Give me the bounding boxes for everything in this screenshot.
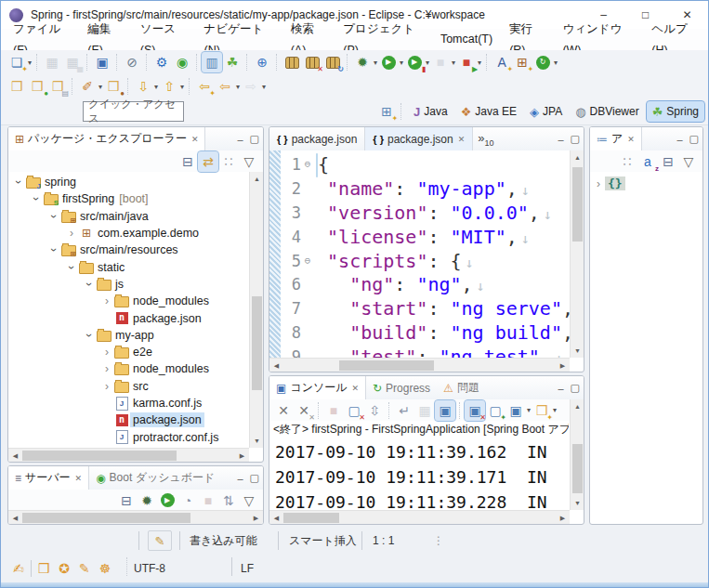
expander-icon[interactable]: ›	[47, 243, 60, 256]
code-line[interactable]: 8 "build": "ng build",	[281, 320, 570, 345]
tree-item[interactable]: ›⊞src/main/resources	[8, 242, 181, 258]
scroll-left-icon[interactable]: ◀	[8, 511, 22, 525]
focus-icon[interactable]: ∷	[617, 151, 637, 172]
code-line[interactable]: 4 "license": "MIT",↓	[281, 225, 570, 249]
dropdown-caret-icon[interactable]: ▾	[236, 83, 240, 91]
word-wrap-icon[interactable]: ↵	[394, 400, 414, 421]
view-menu-icon[interactable]: ▽	[678, 151, 699, 172]
skip-breakpoints-icon[interactable]: ⊘	[122, 52, 142, 72]
graduation-cap-icon[interactable]: ✪	[59, 561, 70, 576]
dropdown-caret-icon[interactable]: ▾	[554, 59, 558, 67]
expander-icon[interactable]: ›	[100, 380, 113, 393]
open-perspective-icon[interactable]: ⊞✦	[376, 101, 397, 122]
scrollbar-thumb[interactable]	[22, 513, 190, 523]
scroll-left-icon[interactable]: ◀	[269, 359, 283, 372]
sort-icon[interactable]: az	[637, 151, 658, 172]
book-icon[interactable]: ❒	[38, 561, 50, 576]
dropdown-caret-icon[interactable]: ▾	[154, 83, 158, 91]
tree-item[interactable]: ›static	[8, 259, 127, 276]
wheel-icon[interactable]: ☸	[99, 561, 112, 576]
horizontal-scrollbar[interactable]: ◀ ▶	[8, 448, 249, 462]
tree-item[interactable]: ›src	[8, 378, 151, 395]
gear-icon[interactable]: ⚙	[151, 52, 172, 72]
package-explorer-tree[interactable]: ›Jspring›SfirstSpring [boot]›⊞src/main/j…	[8, 172, 249, 448]
expander-icon[interactable]: ›	[100, 346, 113, 359]
minimize-view-icon[interactable]: –	[558, 383, 563, 394]
scroll-up-icon[interactable]: ▲	[571, 150, 584, 164]
perspective-button-java[interactable]: JJava	[408, 101, 453, 122]
layout-toggle-icon[interactable]: ▥	[202, 52, 222, 72]
expander-icon[interactable]: ›	[65, 227, 78, 240]
tree-item[interactable]: ›node_modules	[8, 293, 212, 309]
perspective-button-spring[interactable]: ☘Spring	[647, 101, 704, 122]
collapse-all-icon[interactable]: ⊟	[177, 151, 198, 172]
clear-console-icon[interactable]: ▢✕	[344, 400, 364, 421]
maximize-view-icon[interactable]: ▢	[571, 133, 580, 145]
vertical-scrollbar[interactable]: ▲ ▼	[570, 150, 584, 358]
run-coverage-icon[interactable]: ▶▮	[404, 52, 425, 72]
dropdown-caret-icon[interactable]: ▾	[374, 59, 377, 67]
tab-boot-dashboard[interactable]: ◉ Boot ダッシュボード	[89, 466, 221, 490]
tomcat-restart-icon[interactable]: ↻	[322, 52, 343, 72]
expander-icon[interactable]: ›	[12, 176, 25, 189]
maximize-view-icon[interactable]: ▢	[689, 133, 699, 145]
vertical-scrollbar[interactable]: ▲ ▼	[570, 399, 584, 510]
scrollbar-thumb[interactable]	[572, 167, 583, 242]
open-file-icon[interactable]: ❒	[7, 76, 27, 97]
open-type-icon[interactable]: ❒●	[27, 76, 47, 97]
tab-console[interactable]: ▣ コンソール ✕	[269, 376, 366, 399]
show-stdout-icon[interactable]: ▣	[435, 400, 455, 421]
new-class-icon[interactable]: A✦	[492, 52, 512, 72]
console-monitor-icon[interactable]: ▣	[92, 52, 112, 72]
expander-icon[interactable]: ›	[83, 278, 96, 291]
prev-annotation-icon[interactable]: ⇧	[159, 76, 179, 97]
close-icon[interactable]: ✕	[351, 384, 359, 393]
maximize-view-icon[interactable]: ▢	[250, 472, 259, 484]
horizontal-scrollbar[interactable]: ◀ ▶	[8, 510, 263, 524]
expander-icon[interactable]: ›	[100, 294, 113, 307]
vertical-scrollbar[interactable]: ▲ ▼	[249, 172, 263, 448]
fold-collapse-icon[interactable]: ⊖	[301, 158, 314, 170]
tomcat-stop-icon[interactable]: ✕	[302, 52, 322, 72]
code-line[interactable]: 9 "test": "ng test",↓	[281, 345, 570, 358]
expander-icon[interactable]: ›	[30, 192, 43, 205]
code-line[interactable]: 3 "version": "0.0.0",↓	[281, 201, 570, 225]
new-package-icon[interactable]: ⊞✦	[512, 52, 532, 72]
dropdown-caret-icon[interactable]: ▾	[400, 59, 403, 67]
pin-console-icon[interactable]: ▢✦	[485, 400, 505, 421]
scroll-up-icon[interactable]: ▲	[250, 172, 264, 186]
expander-icon[interactable]: ›	[83, 329, 96, 342]
scroll-left-icon[interactable]: ◀	[8, 449, 22, 463]
scroll-right-icon[interactable]: ▶	[235, 449, 249, 463]
collapse-all-icon[interactable]: ⊟	[658, 151, 678, 172]
editor-text-area[interactable]: 1⊖{2 "name": "my-app",↓3 "version": "0.0…	[281, 150, 570, 358]
perspective-button-dbviewer[interactable]: ◍DBViewer	[570, 101, 644, 122]
collapse-all-icon[interactable]: ⊟	[116, 490, 137, 511]
minimize-view-icon[interactable]: –	[558, 134, 563, 145]
dropdown-caret-icon[interactable]: ▾	[426, 59, 429, 67]
hand-write-icon[interactable]: ✍	[13, 561, 24, 576]
scrollbar-thumb[interactable]	[572, 444, 583, 494]
dropdown-caret-icon[interactable]: ▾	[478, 59, 481, 67]
close-icon[interactable]: ✕	[75, 474, 83, 483]
menu-item[interactable]: Tomcat(T)	[432, 29, 501, 50]
dropdown-caret-icon[interactable]: ▾	[180, 83, 184, 91]
dropdown-caret-icon[interactable]: ▾	[98, 83, 102, 91]
scroll-left-icon[interactable]: ◀	[269, 511, 283, 525]
dropdown-caret-icon[interactable]: ▾	[527, 406, 531, 414]
close-icon[interactable]: ✕	[458, 135, 466, 144]
tomcat-start-icon[interactable]	[282, 52, 302, 72]
tree-item[interactable]: ›Jspring	[8, 174, 79, 190]
tab-progress[interactable]: ↻ Progress	[366, 376, 437, 399]
scroll-down-icon[interactable]: ▼	[571, 496, 584, 510]
scroll-right-icon[interactable]: ▶	[556, 511, 570, 525]
close-icon[interactable]: ✕	[627, 135, 635, 144]
tree-item[interactable]: npackage.json	[8, 412, 204, 428]
tree-item[interactable]: Jkarma.conf.js	[8, 395, 204, 412]
next-annotation-icon[interactable]: ⇩	[133, 76, 153, 97]
tree-item[interactable]: ›e2e	[8, 344, 155, 360]
editor-tab-package-json-2[interactable]: { } package.json ✕	[365, 127, 473, 150]
tree-item[interactable]: ›⊞src/main/java	[8, 208, 151, 225]
minimize-view-icon[interactable]: –	[676, 134, 682, 145]
code-line[interactable]: 6 "ng": "ng",↓	[281, 273, 570, 297]
